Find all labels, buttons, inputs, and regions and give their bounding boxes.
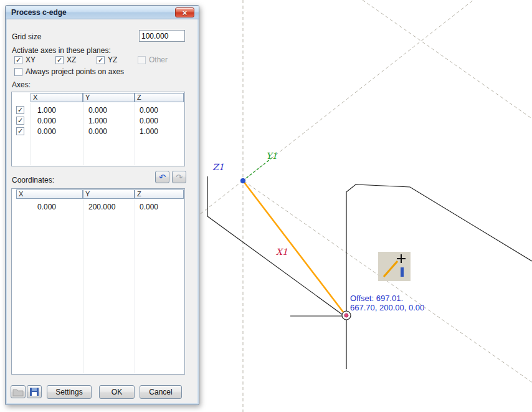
column-divider (135, 199, 135, 373)
checkbox-plane-xy-label: XY (26, 55, 36, 64)
checkbox-plane-xz[interactable]: ✓ XZ (55, 55, 76, 64)
coordinates-row-0-y: 200.000 (88, 203, 115, 211)
checkbox-project-points[interactable]: Always project points on axes (14, 67, 124, 76)
draw-tool-cursor (378, 252, 411, 281)
axes-row-1-checkbox[interactable]: ✓ (16, 117, 24, 125)
axes-row-0-checkbox[interactable]: ✓ (16, 106, 24, 114)
checkbox-project-points-box (14, 68, 22, 76)
axes-row-0-x: 1.000 (37, 106, 56, 115)
checkbox-plane-other: Other (138, 55, 168, 64)
close-icon: × (183, 9, 188, 17)
checkbox-plane-other-label: Other (149, 55, 168, 64)
axes-row-0[interactable]: ✓ 1.000 0.000 0.000 (12, 105, 184, 115)
checkbox-plane-yz[interactable]: ✓ YZ (97, 55, 117, 64)
undo-icon: ↶ (159, 173, 166, 181)
axes-row-1-y: 1.000 (88, 117, 107, 125)
origin-point[interactable] (240, 178, 245, 183)
undo-button[interactable]: ↶ (155, 171, 169, 183)
offset-line-1: Offset: 697.01. (350, 294, 424, 303)
checkbox-plane-xz-box: ✓ (55, 56, 64, 64)
offset-annotation: Offset: 697.01. 667.70, 200.00, 0.00 (350, 294, 424, 312)
coordinates-table: X Y Z 0.000 200.000 0.000 (11, 188, 185, 375)
axes-label: Axes: (12, 80, 31, 89)
check-icon: ✓ (17, 107, 23, 113)
checkbox-plane-yz-box: ✓ (97, 56, 105, 64)
axes-row-0-y: 0.000 (88, 106, 107, 115)
load-settings-button (11, 385, 26, 398)
geometry-edge-right (346, 184, 532, 369)
activate-planes-label: Activate axes in these planes: (12, 46, 111, 55)
z-axis-label: Z1 (212, 162, 224, 172)
axes-row-2[interactable]: ✓ 0.000 0.000 1.000 (12, 126, 184, 137)
check-icon: ✓ (98, 57, 103, 64)
coordinates-label: Coordinates: (12, 176, 54, 184)
cancel-button[interactable]: Cancel (140, 385, 182, 399)
checkbox-plane-xy[interactable]: ✓ XY (14, 55, 36, 64)
ibeam-icon (401, 267, 404, 277)
coordinates-row-0-x: 0.000 (37, 203, 56, 211)
check-icon: ✓ (17, 117, 23, 124)
column-divider (83, 199, 83, 373)
axes-col-z[interactable]: Z (135, 93, 184, 102)
checkbox-plane-xy-box: ✓ (14, 56, 22, 64)
y-axis-label: Y1 (266, 151, 277, 161)
pencil-icon (384, 261, 397, 277)
check-icon: ✓ (16, 57, 21, 64)
checkbox-plane-yz-label: YZ (108, 55, 117, 64)
grid-line-diagonal-right (363, 0, 532, 119)
ok-button[interactable]: OK (99, 385, 135, 399)
dialog-body: Grid size Activate axes in these planes:… (6, 19, 199, 405)
folder-icon (12, 388, 24, 396)
axes-row-2-y: 0.000 (88, 127, 107, 136)
checkbox-plane-xz-label: XZ (67, 55, 76, 64)
coordinates-row-0-z: 0.000 (140, 203, 158, 211)
axes-row-1[interactable]: ✓ 0.000 1.000 0.000 (12, 115, 184, 126)
process-c-edge-dialog: Process c-edge × Grid size Activate axes… (5, 5, 199, 405)
axes-row-2-checkbox[interactable]: ✓ (16, 127, 24, 135)
application-window: Z1 Y1 X1 Offset: 697.01. 667.70, 200.00,… (0, 0, 532, 412)
axes-row-2-x: 0.000 (37, 127, 56, 136)
axes-col-y[interactable]: Y (83, 93, 135, 102)
axes-table: X Y Z ✓ 1.000 0.000 0.000 ✓ 0.000 1.000 … (11, 92, 185, 166)
axes-row-1-z: 0.000 (140, 117, 158, 125)
dialog-titlebar[interactable]: Process c-edge × (6, 6, 199, 19)
coordinates-col-z[interactable]: Z (135, 189, 184, 199)
grid-size-input[interactable] (139, 30, 185, 42)
dialog-title: Process c-edge (11, 8, 67, 17)
redo-icon: ↷ (176, 173, 183, 181)
close-button[interactable]: × (175, 7, 194, 17)
snap-marker-inner (344, 314, 348, 317)
x-axis-label: X1 (276, 247, 288, 257)
check-icon: ✓ (17, 128, 23, 135)
axes-col-x[interactable]: X (31, 93, 83, 102)
grid-line-diagonal-down (244, 181, 532, 383)
save-icon (29, 387, 39, 396)
axes-row-0-z: 0.000 (140, 106, 158, 115)
grid-size-label: Grid size (12, 32, 41, 41)
draw-tool-cursor-glyphs (378, 252, 411, 281)
checkbox-plane-other-box (138, 56, 146, 64)
highlighted-edge[interactable] (243, 181, 346, 315)
coordinates-col-y[interactable]: Y (83, 189, 135, 199)
offset-line-2: 667.70, 200.00, 0.00 (350, 303, 424, 312)
redo-button: ↷ (172, 171, 186, 183)
checkbox-project-points-label: Always project points on axes (26, 67, 124, 76)
coordinates-col-x[interactable]: X (16, 189, 83, 199)
axes-row-1-x: 0.000 (37, 117, 56, 125)
axes-row-2-z: 1.000 (140, 127, 158, 136)
settings-button[interactable]: Settings (47, 385, 92, 399)
check-icon: ✓ (57, 57, 62, 64)
save-settings-button[interactable] (27, 385, 42, 398)
coordinates-row-0[interactable]: 0.000 200.000 0.000 (12, 201, 184, 212)
x1-axis-line (207, 216, 343, 315)
